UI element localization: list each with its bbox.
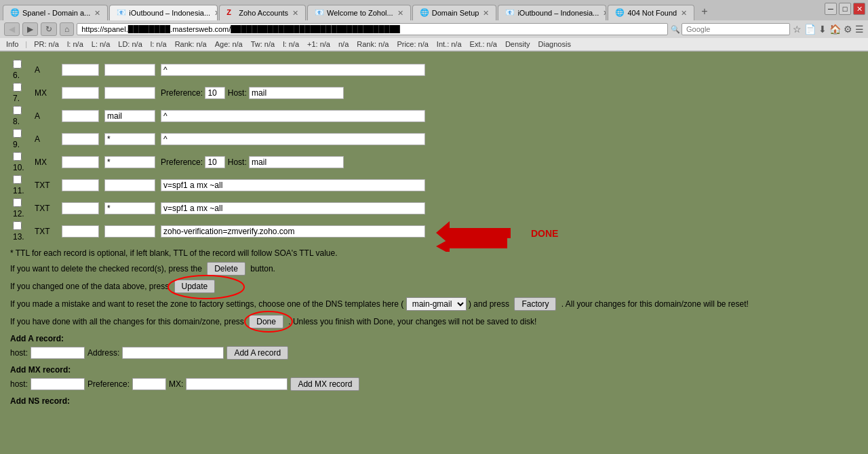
- download-icon[interactable]: ⬇: [818, 24, 827, 35]
- star-icon[interactable]: ☆: [793, 24, 802, 35]
- bookmark-diagnosis[interactable]: Diagnosis: [536, 39, 573, 49]
- add-a-host-input[interactable]: [31, 347, 85, 359]
- row12-data[interactable]: [161, 202, 425, 214]
- row11-checkbox[interactable]: [13, 175, 22, 184]
- bookmark-ext[interactable]: Ext.: n/a: [468, 39, 499, 49]
- row9-checkbox[interactable]: [13, 129, 22, 138]
- add-mx-host-input[interactable]: [31, 378, 85, 390]
- row10-pref[interactable]: [205, 156, 225, 168]
- tab-close-ioutbound[interactable]: ✕: [214, 9, 218, 18]
- row10-checkbox[interactable]: [13, 152, 22, 161]
- row13-checkbox[interactable]: [13, 221, 22, 230]
- row10-host[interactable]: [104, 156, 155, 168]
- row12-host[interactable]: [104, 202, 155, 214]
- search-input[interactable]: [682, 23, 790, 35]
- row8-host[interactable]: [104, 110, 155, 122]
- bookmark-age[interactable]: Age: n/a: [213, 39, 245, 49]
- address-input[interactable]: [77, 23, 668, 35]
- add-mx-record-row: host: Preference: MX: Add MX record: [10, 377, 858, 391]
- add-mx-pref-input[interactable]: [132, 378, 166, 390]
- tab-ioutbound2[interactable]: 📧 iOutbound – Indonesia... ✕: [498, 5, 606, 20]
- update-button[interactable]: Update: [174, 280, 216, 293]
- home-button[interactable]: ⌂: [60, 22, 74, 36]
- row11-ttl[interactable]: [62, 179, 99, 191]
- tab-label-ioutbound: iOutbound – Indonesia...: [129, 9, 210, 17]
- add-mx-label: MX:: [169, 379, 183, 389]
- row7-checkbox[interactable]: [13, 83, 22, 92]
- settings-icon[interactable]: ⚙: [844, 24, 852, 35]
- bookmark-rank2[interactable]: Rank: n/a: [355, 39, 391, 49]
- menu-icon[interactable]: ☰: [855, 24, 864, 35]
- tab-welcome-zoho[interactable]: 📧 Welcome to Zohol... ✕: [307, 5, 411, 20]
- new-tab-button[interactable]: +: [696, 3, 713, 20]
- row7-pref[interactable]: [205, 87, 225, 99]
- row6-ttl[interactable]: [62, 64, 99, 76]
- bookmark-L[interactable]: L: n/a: [90, 39, 113, 49]
- add-a-record-button[interactable]: Add A record: [226, 346, 288, 360]
- row8-data[interactable]: [161, 110, 425, 122]
- tab-spanel[interactable]: 🌐 Spanel - Domain a... ✕: [3, 5, 108, 20]
- row13-data[interactable]: [161, 225, 425, 238]
- add-a-address-input[interactable]: [122, 347, 224, 359]
- tab-close-domain[interactable]: ✕: [483, 9, 489, 18]
- row8-checkbox[interactable]: [13, 106, 22, 115]
- row11-host[interactable]: [104, 179, 155, 191]
- delete-button[interactable]: Delete: [207, 262, 245, 276]
- bookmark-pr[interactable]: PR: n/a: [32, 39, 61, 49]
- tab-close-spanel[interactable]: ✕: [94, 9, 100, 18]
- row9-data[interactable]: [161, 133, 425, 145]
- home-icon[interactable]: 🏠: [829, 24, 841, 35]
- close-button[interactable]: ✕: [853, 3, 865, 15]
- row10-host-val[interactable]: [249, 156, 344, 168]
- row6-data[interactable]: [161, 64, 425, 76]
- tab-domain-setup[interactable]: 🌐 Domain Setup ✕: [412, 5, 497, 20]
- minimize-button[interactable]: ─: [825, 3, 837, 15]
- bookmark-l2[interactable]: l: n/a: [149, 39, 169, 49]
- add-a-host-label: host:: [10, 348, 28, 358]
- forward-button[interactable]: ▶: [22, 22, 38, 36]
- bookmark-price[interactable]: Price: n/a: [395, 39, 430, 49]
- factory-button[interactable]: Factory: [514, 297, 556, 311]
- row9-ttl[interactable]: [62, 133, 99, 145]
- row7-host[interactable]: [104, 87, 155, 99]
- bookmark-l3[interactable]: l: n/a: [281, 39, 301, 49]
- row13-ttl[interactable]: [62, 225, 99, 238]
- row9-host[interactable]: [104, 133, 155, 145]
- add-mx-value-input[interactable]: [186, 378, 288, 390]
- tab-close-zoho[interactable]: ✕: [292, 9, 298, 18]
- tab-label-zoho: Zoho Accounts: [239, 9, 288, 17]
- bookmark-int[interactable]: Int.: n/a: [435, 39, 464, 49]
- bookmark-na[interactable]: n/a: [336, 39, 351, 49]
- bookmark-plus1[interactable]: +1: n/a: [305, 39, 332, 49]
- bookmark-rank1[interactable]: Rank: n/a: [173, 39, 209, 49]
- back-button[interactable]: ◀: [4, 22, 20, 36]
- bookmark-icon[interactable]: 📄: [804, 24, 816, 35]
- bookmark-tw[interactable]: Tw: n/a: [249, 39, 277, 49]
- bookmark-info[interactable]: Info: [4, 39, 20, 49]
- done-button[interactable]: Done: [249, 315, 283, 328]
- dns-template-select[interactable]: main-gmail default mail-only: [406, 297, 467, 311]
- row6-host[interactable]: [104, 64, 155, 76]
- bookmark-density[interactable]: Density: [503, 39, 532, 49]
- tab-close-ioutbound2[interactable]: ✕: [603, 9, 606, 18]
- tab-404[interactable]: 🌐 404 Not Found ✕: [608, 5, 694, 20]
- row11-data[interactable]: [161, 179, 425, 191]
- bookmark-ld[interactable]: LD: n/a: [116, 39, 144, 49]
- maximize-button[interactable]: □: [839, 3, 851, 15]
- tab-close-welcome[interactable]: ✕: [397, 9, 403, 18]
- tab-close-404[interactable]: ✕: [681, 9, 687, 18]
- refresh-button[interactable]: ↻: [41, 22, 57, 36]
- tab-zoho-accounts[interactable]: Z Zoho Accounts ✕: [219, 5, 306, 20]
- row12-ttl[interactable]: [62, 202, 99, 214]
- row10-ttl[interactable]: [62, 156, 99, 168]
- row7-host-val[interactable]: [249, 87, 344, 99]
- bookmark-l1[interactable]: l: n/a: [65, 39, 85, 49]
- row7-ttl[interactable]: [62, 87, 99, 99]
- add-mx-record-button[interactable]: Add MX record: [290, 377, 359, 391]
- row12-checkbox[interactable]: [13, 198, 22, 207]
- row6-checkbox[interactable]: [13, 60, 22, 69]
- row13-host[interactable]: [104, 225, 155, 238]
- tab-ioutbound[interactable]: 📧 iOutbound – Indonesia... ✕: [109, 5, 218, 20]
- factory-instruction-row: If you made a mistake and want to reset …: [10, 297, 858, 311]
- row8-ttl[interactable]: [62, 110, 99, 122]
